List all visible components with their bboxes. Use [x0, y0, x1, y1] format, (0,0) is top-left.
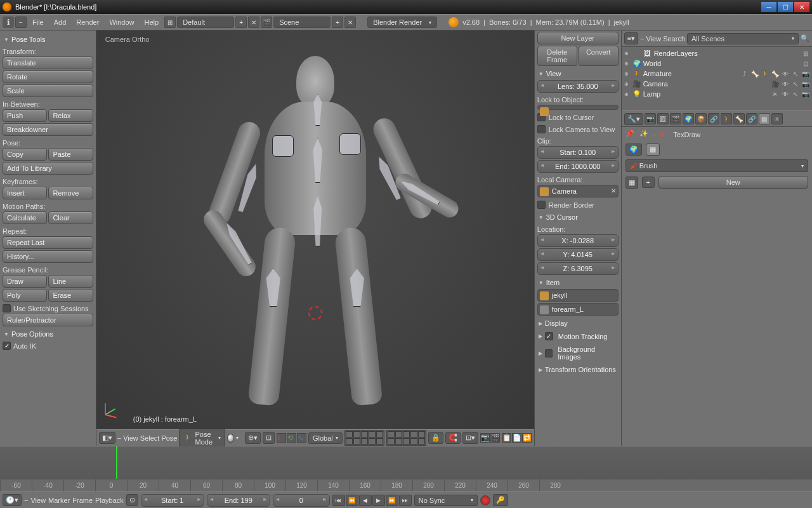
- scene-add-button[interactable]: +: [332, 17, 343, 28]
- end-frame-field[interactable]: End: 199: [207, 494, 270, 507]
- bone[interactable]: [272, 135, 294, 157]
- manipulator-toggle[interactable]: ↕⟲⤡: [277, 433, 306, 443]
- collapse-menus-icon[interactable]: −: [24, 497, 28, 504]
- layout-add-button[interactable]: +: [235, 17, 247, 28]
- menu-file[interactable]: File: [28, 17, 48, 28]
- layer-buttons-2[interactable]: [386, 430, 426, 446]
- display-panel-header[interactable]: Display: [537, 317, 619, 330]
- engine-selector[interactable]: Blender Render▾: [367, 17, 437, 28]
- collapse-menus-icon[interactable]: −: [640, 35, 644, 43]
- cursor-z-field[interactable]: Z: 6.3095: [537, 262, 619, 275]
- constraints-tab[interactable]: 🔗: [708, 113, 719, 124]
- lock-object-field[interactable]: [537, 105, 619, 110]
- jump-prev-keyframe-button[interactable]: ⏪: [346, 495, 358, 506]
- delete-frame-button[interactable]: Delete Frame: [537, 46, 577, 66]
- line-button[interactable]: Line: [48, 275, 93, 288]
- range-toggle-icon[interactable]: ⊙: [126, 494, 138, 506]
- copy-button[interactable]: Copy: [3, 148, 47, 161]
- collapse-menus-icon[interactable]: −: [117, 434, 121, 442]
- lock-camera-checkbox[interactable]: Lock Camera to View: [537, 123, 619, 135]
- 3d-cursor-panel-header[interactable]: 3D Cursor: [537, 211, 619, 224]
- scene-tab[interactable]: 🎬: [670, 113, 681, 124]
- clip-start-field[interactable]: Start: 0.100: [537, 146, 619, 159]
- cursor-y-field[interactable]: Y: 4.0145: [537, 248, 619, 261]
- ruler-button[interactable]: Ruler/Protractor: [3, 314, 93, 326]
- render-tab[interactable]: 📷: [645, 113, 656, 124]
- outliner-menu-view[interactable]: View: [646, 35, 662, 43]
- breadcrumb-texdraw[interactable]: TexDraw: [673, 131, 700, 138]
- physics-tab[interactable]: ⚛: [771, 113, 783, 124]
- snap-toggle-icon[interactable]: 🧲: [445, 432, 461, 444]
- outliner-menu-search[interactable]: Search: [663, 35, 685, 43]
- scale-button[interactable]: Scale: [3, 84, 93, 97]
- snap-element-icon[interactable]: ⊡▾: [462, 432, 478, 444]
- scene-selector[interactable]: Scene: [273, 17, 331, 28]
- orientation-selector[interactable]: Global▾: [308, 432, 343, 444]
- minimize-button[interactable]: ─: [761, 2, 776, 12]
- view3d-menu-view[interactable]: View: [123, 434, 138, 442]
- item-object-field[interactable]: jekyll: [537, 289, 619, 302]
- transform-orientations-panel-header[interactable]: Transform Orientations: [537, 363, 619, 376]
- calculate-button[interactable]: Calculate: [3, 211, 47, 224]
- view-panel-header[interactable]: View: [537, 67, 619, 80]
- render-preview-icons[interactable]: 📷🎬: [480, 433, 500, 443]
- timeline-menu-playback[interactable]: Playback: [95, 497, 124, 504]
- remove-keyframe-button[interactable]: Remove: [48, 187, 93, 199]
- mode-selector[interactable]: 🚶Pose Mode▾: [179, 429, 225, 448]
- history-button[interactable]: History...: [3, 250, 93, 263]
- clip-end-field[interactable]: End: 1000.000: [537, 160, 619, 173]
- item-bone-field[interactable]: forearm_L: [537, 303, 619, 316]
- layer-buttons[interactable]: [344, 430, 384, 446]
- new-texture-button[interactable]: New: [658, 176, 808, 189]
- convert-button[interactable]: Convert: [579, 46, 619, 66]
- editor-type-icon[interactable]: ℹ: [3, 17, 14, 28]
- outliner-display-mode[interactable]: All Scenes▾: [687, 33, 799, 44]
- pose-tools-header[interactable]: Pose Tools: [3, 33, 93, 46]
- jump-to-start-button[interactable]: ⏮: [332, 495, 345, 506]
- layout-delete-button[interactable]: ✕: [248, 17, 259, 28]
- menu-add[interactable]: Add: [49, 17, 71, 28]
- brush-selector[interactable]: 🖌Brush▾: [625, 159, 808, 172]
- lock-layers-icon[interactable]: 🔒: [428, 432, 443, 444]
- sync-mode-selector[interactable]: No Sync▾: [414, 495, 478, 506]
- scene-delete-button[interactable]: ✕: [344, 17, 356, 28]
- layout-prev-icon[interactable]: ⊞: [164, 17, 176, 28]
- particle-icon[interactable]: ✨: [639, 130, 650, 140]
- world-texture-icon[interactable]: 🌍: [625, 144, 642, 156]
- play-reverse-button[interactable]: ◀: [359, 495, 372, 506]
- new-layer-button[interactable]: New Layer: [537, 32, 619, 44]
- local-camera-field[interactable]: Camera✕: [537, 185, 619, 197]
- lock-to-cursor-checkbox[interactable]: Lock to Cursor: [537, 111, 619, 123]
- pin-icon[interactable]: 📌: [625, 130, 636, 140]
- insert-keyframe-button[interactable]: Insert: [3, 187, 47, 199]
- draw-button[interactable]: Draw: [3, 275, 47, 288]
- push-button[interactable]: Push: [3, 109, 47, 122]
- auto-ik-checkbox[interactable]: ✓ Auto IK: [3, 340, 93, 351]
- add-slot-button[interactable]: +: [642, 177, 655, 188]
- collapse-menus-icon[interactable]: −: [15, 17, 27, 28]
- render-border-checkbox[interactable]: Render Border: [537, 199, 619, 211]
- menu-help[interactable]: Help: [140, 17, 164, 28]
- scene-browse-icon[interactable]: 🎬: [261, 17, 272, 28]
- autokey-record-button[interactable]: [480, 495, 490, 505]
- object-tab[interactable]: 📦: [695, 113, 707, 124]
- sketching-sessions-checkbox[interactable]: Use Sketching Sessions: [3, 303, 93, 314]
- current-frame-field[interactable]: 0: [273, 494, 330, 507]
- add-to-library-button[interactable]: Add To Library: [3, 162, 93, 175]
- translate-button[interactable]: Translate: [3, 57, 93, 69]
- rotate-button[interactable]: Rotate: [3, 70, 93, 83]
- shading-selector[interactable]: [227, 434, 234, 443]
- pivot-selector[interactable]: ⊕▾: [245, 432, 261, 444]
- texture-tab[interactable]: ▦: [759, 113, 770, 124]
- view3d-menu-pose[interactable]: Pose: [161, 434, 177, 442]
- poly-button[interactable]: Poly: [3, 289, 47, 302]
- close-button[interactable]: ✕: [794, 2, 809, 12]
- lens-field[interactable]: Lens: 35.000: [537, 80, 619, 93]
- menu-window[interactable]: Window: [105, 17, 138, 28]
- maximize-button[interactable]: ☐: [778, 2, 793, 12]
- timeline-menu-frame[interactable]: Frame: [72, 497, 93, 504]
- editor-type-icon[interactable]: 🕐▾: [3, 494, 22, 506]
- repeat-last-button[interactable]: Repeat Last: [3, 236, 93, 249]
- armature-tab[interactable]: 🚶: [721, 113, 732, 124]
- copy-paste-pose-icons[interactable]: 📋📄🔁: [502, 433, 532, 443]
